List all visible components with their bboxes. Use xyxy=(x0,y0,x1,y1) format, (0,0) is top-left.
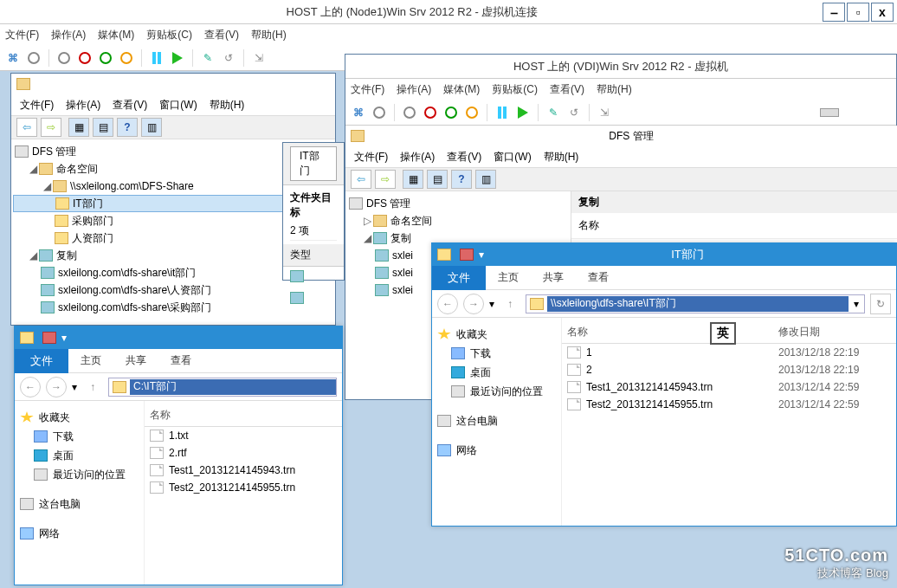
file-row[interactable]: Test2_20131214145955.trn xyxy=(145,479,342,496)
menu-view[interactable]: 查看(V) xyxy=(447,150,481,165)
tb-save-icon[interactable] xyxy=(98,50,113,66)
sidebar-desktop[interactable]: 桌面 xyxy=(20,446,139,465)
menu-file[interactable]: 文件(F) xyxy=(354,150,388,165)
minimize-button[interactable]: ‒ xyxy=(823,3,845,22)
file-row[interactable]: Test2_20131214145955.trn2013/12/14 22:59 xyxy=(562,396,896,413)
toolbar-btn-1[interactable]: ▦ xyxy=(403,170,423,189)
menu-action[interactable]: 操作(A) xyxy=(397,82,431,97)
menu-file[interactable]: 文件(F) xyxy=(351,82,384,97)
menu-view[interactable]: 查看(V) xyxy=(550,82,584,97)
forward-button[interactable]: → xyxy=(463,294,484,314)
help-button[interactable]: ? xyxy=(451,170,472,189)
ctrl-alt-del-icon[interactable]: ⌘ xyxy=(351,105,366,120)
tab-share[interactable]: 共享 xyxy=(531,266,576,289)
sidebar-downloads[interactable]: 下载 xyxy=(437,344,556,363)
menu-window[interactable]: 窗口(W) xyxy=(159,98,197,113)
menu-action[interactable]: 操作(A) xyxy=(66,98,100,113)
collapse-icon[interactable]: ◢ xyxy=(27,163,39,175)
address-bar[interactable] xyxy=(108,378,337,397)
sidebar-recent[interactable]: 最近访问的位置 xyxy=(20,465,139,484)
tab-file[interactable]: 文件 xyxy=(432,266,486,290)
tab-home[interactable]: 主页 xyxy=(486,266,531,289)
menu-clipboard[interactable]: 剪贴板(C) xyxy=(492,82,538,97)
menu-media[interactable]: 媒体(M) xyxy=(98,28,134,42)
menu-clipboard[interactable]: 剪贴板(C) xyxy=(146,28,192,42)
toolbar-btn-2[interactable]: ▤ xyxy=(93,118,113,137)
menu-file[interactable]: 文件(F) xyxy=(5,28,39,42)
tb-checkpoint-icon[interactable]: ✎ xyxy=(545,105,561,120)
sidebar-recent[interactable]: 最近访问的位置 xyxy=(437,382,556,401)
up-button[interactable]: ↑ xyxy=(500,294,520,314)
maximize-button[interactable]: ▫ xyxy=(847,3,869,22)
tab-view[interactable]: 查看 xyxy=(158,349,203,372)
tb-save-icon[interactable] xyxy=(443,105,459,120)
file-row[interactable]: Test1_20131214145943.trn2013/12/14 22:59 xyxy=(562,378,896,396)
menu-action[interactable]: 操作(A) xyxy=(51,28,86,42)
sidebar-favorites[interactable]: 收藏夹 xyxy=(20,408,139,427)
dropdown-icon[interactable]: ▾ xyxy=(849,298,864,310)
history-dropdown-icon[interactable]: ▾ xyxy=(72,381,77,393)
back-button[interactable]: ⇦ xyxy=(16,118,37,137)
tree-dfs-root[interactable]: DFS 管理 xyxy=(347,195,569,212)
back-button[interactable]: ⇦ xyxy=(351,170,371,189)
back-button[interactable]: ← xyxy=(437,294,458,314)
sidebar-favorites[interactable]: 收藏夹 xyxy=(437,325,556,344)
menu-help[interactable]: 帮助(H) xyxy=(251,28,287,42)
file-row[interactable]: Test1_20131214145943.trn xyxy=(145,462,342,479)
tb-icon[interactable] xyxy=(26,50,42,66)
toolbar-btn-3[interactable]: ▥ xyxy=(141,118,162,137)
menu-view[interactable]: 查看(V) xyxy=(204,28,239,42)
tb-checkpoint-icon[interactable]: ✎ xyxy=(200,50,216,66)
collapse-icon[interactable]: ◢ xyxy=(361,232,373,244)
file-row[interactable]: 2.rtf xyxy=(145,444,342,462)
tb-stop-icon[interactable] xyxy=(402,105,417,120)
tree-namespace[interactable]: ▷命名空间 xyxy=(347,212,569,229)
tb-stop-icon[interactable] xyxy=(56,50,72,66)
forward-button[interactable]: ⇨ xyxy=(375,170,396,189)
menu-media[interactable]: 媒体(M) xyxy=(443,82,480,97)
menu-help[interactable]: 帮助(H) xyxy=(210,98,245,113)
collapse-icon[interactable]: ◢ xyxy=(27,249,39,262)
toolbar-btn-3[interactable]: ▥ xyxy=(475,170,496,189)
file-row[interactable]: 1.txt xyxy=(145,427,342,444)
sidebar-network[interactable]: 网络 xyxy=(437,441,556,460)
tab-file[interactable]: 文件 xyxy=(15,349,68,373)
tab-view[interactable]: 查看 xyxy=(576,266,621,289)
ime-indicator[interactable]: 英 xyxy=(710,322,736,345)
tb-start-icon[interactable] xyxy=(515,105,531,120)
toolbar-btn-2[interactable]: ▤ xyxy=(427,170,448,189)
tab-home[interactable]: 主页 xyxy=(68,349,113,372)
tb-share-icon[interactable]: ⇲ xyxy=(597,105,612,120)
tb-reset-icon[interactable] xyxy=(119,50,134,66)
col-date[interactable]: 修改日期 xyxy=(778,321,891,343)
tb-revert-icon[interactable]: ↺ xyxy=(221,50,236,66)
menu-view[interactable]: 查看(V) xyxy=(113,98,147,113)
menu-file[interactable]: 文件(F) xyxy=(20,98,54,113)
tb-shutdown-icon[interactable] xyxy=(423,105,438,120)
address-bar[interactable]: ▾ xyxy=(526,294,865,313)
toolbar-btn-1[interactable]: ▦ xyxy=(68,118,89,137)
tb-reset-icon[interactable] xyxy=(464,105,480,120)
tb-pause-icon[interactable] xyxy=(149,50,165,66)
col-name[interactable]: 名称 xyxy=(567,321,778,343)
tb-share-icon[interactable]: ⇲ xyxy=(251,50,267,66)
tb-icon[interactable] xyxy=(371,105,387,120)
collapse-icon[interactable]: ◢ xyxy=(41,180,53,192)
tb-shutdown-icon[interactable] xyxy=(77,50,93,66)
refresh-button[interactable]: ↻ xyxy=(870,294,891,314)
menu-window[interactable]: 窗口(W) xyxy=(494,150,531,165)
up-button[interactable]: ↑ xyxy=(82,377,103,397)
sidebar-network[interactable]: 网络 xyxy=(20,524,139,543)
sidebar-pc[interactable]: 这台电脑 xyxy=(20,494,139,514)
sidebar-downloads[interactable]: 下载 xyxy=(20,427,139,446)
address-input[interactable] xyxy=(547,296,849,312)
forward-button[interactable]: ⇨ xyxy=(41,118,61,137)
sidebar-desktop[interactable]: 桌面 xyxy=(437,363,556,382)
file-row[interactable]: 22013/12/18 22:19 xyxy=(562,361,896,378)
tb-pause-icon[interactable] xyxy=(494,105,510,120)
menu-help[interactable]: 帮助(H) xyxy=(597,82,632,97)
back-button[interactable]: ← xyxy=(20,377,41,397)
tb-revert-icon[interactable]: ↺ xyxy=(566,105,582,120)
ctrl-alt-del-icon[interactable]: ⌘ xyxy=(5,50,21,66)
address-input[interactable] xyxy=(130,379,336,395)
